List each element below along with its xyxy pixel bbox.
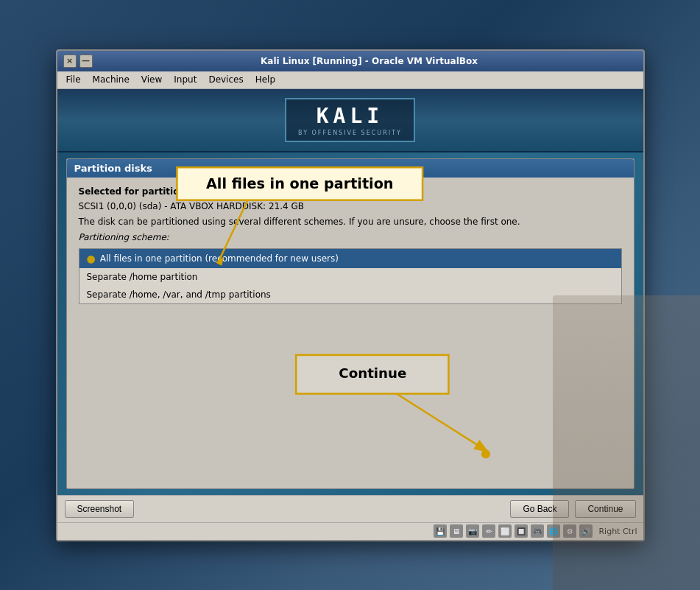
bullet-icon: ● — [87, 253, 96, 264]
menu-view[interactable]: View — [135, 73, 168, 86]
window-title: Kali Linux [Running] - Oracle VM Virtual… — [102, 56, 637, 66]
title-bar-buttons: × — — [63, 55, 93, 68]
status-icon-0: 💾 — [434, 524, 447, 538]
dialog-box: Partition disks Selected for partitionin… — [66, 158, 634, 489]
right-ctrl-label: Right Ctrl — [598, 527, 637, 536]
status-icon-5: 🔲 — [515, 524, 528, 538]
partition-option-2-label: Separate /home, /var, and /tmp partition… — [87, 289, 271, 300]
title-bar: × — Kali Linux [Running] - Oracle VM Vir… — [57, 51, 643, 71]
vm-content: KALI BY OFFENSIVE SECURITY Partition dis… — [57, 89, 643, 495]
status-icon-2: 📷 — [466, 524, 479, 538]
status-icon-8: ⚙ — [563, 524, 576, 538]
partition-list: ● All files in one partition (recommende… — [79, 248, 622, 304]
dialog-title: Partition disks — [67, 159, 634, 178]
instruction-text: The disk can be partitioned using severa… — [79, 216, 622, 228]
kali-logo: KALI BY OFFENSIVE SECURITY — [285, 98, 415, 142]
partition-option-2[interactable]: Separate /home, /var, and /tmp partition… — [79, 286, 621, 303]
status-icon-6: 🎮 — [531, 524, 544, 538]
menu-input[interactable]: Input — [168, 73, 202, 86]
continue-button[interactable]: Continue — [575, 500, 635, 518]
screenshot-button[interactable]: Screenshot — [65, 500, 135, 518]
status-icon-3: ✏ — [482, 524, 495, 538]
status-bar: 💾 🖥 📷 ✏ ⬜ 🔲 🎮 🌐 ⚙ 🔊 Right Ctrl — [57, 522, 643, 540]
kali-logo-sub: BY OFFENSIVE SECURITY — [298, 130, 402, 136]
menu-file[interactable]: File — [60, 73, 87, 86]
close-button[interactable]: × — [63, 55, 77, 68]
disk-info: SCSI1 (0,0,0) (sda) - ATA VBOX HARDDISK:… — [79, 201, 622, 211]
partition-option-0[interactable]: ● All files in one partition (recommende… — [79, 249, 621, 268]
menu-devices[interactable]: Devices — [202, 73, 249, 86]
screenshot-btn[interactable]: Screenshot — [65, 500, 135, 518]
go-back-button[interactable]: Go Back — [510, 500, 569, 518]
partition-option-1-label: Separate /home partition — [87, 272, 198, 282]
scheme-label: Partitioning scheme: — [79, 232, 622, 242]
status-icon-9: 🔊 — [579, 524, 593, 538]
minimize-button[interactable]: — — [79, 55, 93, 68]
bottom-bar: Screenshot Go Back Continue — [57, 495, 643, 522]
partition-option-1[interactable]: Separate /home partition — [79, 268, 621, 286]
menu-help[interactable]: Help — [250, 73, 281, 86]
status-icon-1: 🖥 — [450, 524, 463, 538]
kali-logo-text: KALI — [317, 104, 383, 128]
status-icon-4: ⬜ — [498, 524, 512, 538]
dialog-content: Selected for partitioning: SCSI1 (0,0,0)… — [67, 178, 634, 488]
vm-window: × — Kali Linux [Running] - Oracle VM Vir… — [56, 49, 645, 541]
bottom-right-buttons: Go Back Continue — [510, 500, 635, 518]
menu-bar: File Machine View Input Devices Help — [57, 71, 643, 89]
section-header: Selected for partitioning: — [79, 186, 622, 197]
menu-machine[interactable]: Machine — [87, 73, 135, 86]
status-icon-7: 🌐 — [547, 524, 560, 538]
partition-option-0-label: All files in one partition (recommended … — [100, 253, 339, 264]
dialog-area: Partition disks Selected for partitionin… — [57, 152, 643, 495]
kali-header: KALI BY OFFENSIVE SECURITY — [57, 89, 643, 152]
